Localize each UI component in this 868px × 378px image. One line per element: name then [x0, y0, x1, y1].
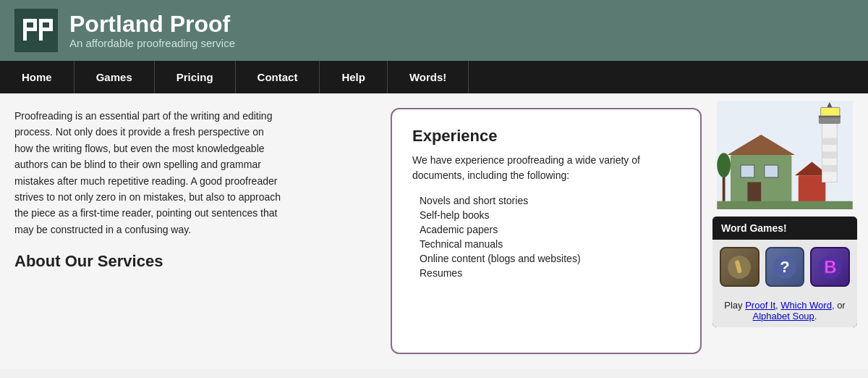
svg-rect-4 — [33, 19, 37, 31]
separator2: , or — [832, 300, 846, 311]
alphabet-soup-link[interactable]: Alphabet Soup — [753, 311, 814, 322]
site-header: Portland Proof An affordable proofreadin… — [0, 0, 868, 61]
svg-rect-14 — [747, 182, 761, 203]
alphabet-soup-icon[interactable]: B — [810, 247, 850, 287]
nav-words[interactable]: Words! — [388, 61, 469, 93]
end-period: . — [814, 311, 817, 322]
list-item: Resumes — [412, 266, 680, 280]
which-word-icon[interactable]: ? — [765, 247, 805, 287]
experience-list: Novels and short stories Self-help books… — [412, 193, 680, 280]
svg-rect-19 — [822, 151, 838, 158]
svg-rect-3 — [23, 28, 33, 31]
which-word-link[interactable]: Which Word — [780, 300, 832, 311]
svg-rect-24 — [819, 116, 841, 118]
nav-pricing[interactable]: Pricing — [155, 61, 236, 93]
list-item: Novels and short stories — [412, 193, 680, 208]
word-games-box: Word Games! ? — [712, 217, 857, 327]
experience-heading: Experience — [412, 127, 680, 146]
svg-rect-2 — [23, 19, 33, 22]
logo — [14, 9, 58, 52]
svg-rect-18 — [822, 138, 838, 145]
svg-rect-20 — [822, 165, 838, 172]
site-tagline: An affordable proofreading service — [69, 37, 235, 49]
about-heading: About Our Services — [14, 252, 376, 271]
svg-text:B: B — [824, 257, 836, 277]
proof-it-icon[interactable] — [720, 247, 760, 287]
word-games-icons: ? B — [712, 240, 857, 294]
list-item: Self-help books — [412, 208, 680, 222]
experience-intro: We have experience proofreading a wide v… — [412, 153, 680, 183]
proof-it-link[interactable]: Proof It — [745, 300, 775, 311]
word-games-title: Word Games! — [712, 217, 857, 240]
main-content: Proofreading is an essential part of the… — [0, 93, 868, 369]
lighthouse-illustration — [712, 101, 857, 209]
word-games-links: Play Proof It, Which Word, or Alphabet S… — [712, 294, 857, 327]
svg-rect-25 — [717, 201, 853, 209]
play-label: Play — [724, 300, 745, 311]
list-item: Academic papers — [412, 222, 680, 237]
svg-rect-6 — [39, 19, 49, 22]
svg-rect-13 — [765, 165, 778, 177]
site-title: Portland Proof — [69, 12, 235, 37]
svg-text:?: ? — [780, 258, 789, 276]
list-item: Online content (blogs and websites) — [412, 251, 680, 266]
nav-help[interactable]: Help — [320, 61, 388, 93]
experience-card: Experience We have experience proofreadi… — [391, 108, 702, 354]
svg-rect-7 — [39, 28, 49, 31]
nav-games[interactable]: Games — [75, 61, 155, 93]
intro-paragraph: Proofreading is an essential part of the… — [14, 108, 282, 238]
right-sidebar: Word Games! ? — [702, 93, 868, 369]
svg-rect-15 — [799, 175, 826, 203]
list-item: Technical manuals — [412, 237, 680, 251]
nav-contact[interactable]: Contact — [236, 61, 320, 93]
main-nav: Home Games Pricing Contact Help Words! — [0, 61, 868, 93]
logo-icon — [19, 13, 54, 48]
svg-rect-12 — [741, 165, 754, 177]
nav-home[interactable]: Home — [0, 61, 75, 93]
svg-point-27 — [717, 153, 731, 177]
left-column: Proofreading is an essential part of the… — [0, 93, 391, 369]
svg-rect-8 — [49, 19, 53, 31]
header-text: Portland Proof An affordable proofreadin… — [69, 12, 235, 49]
